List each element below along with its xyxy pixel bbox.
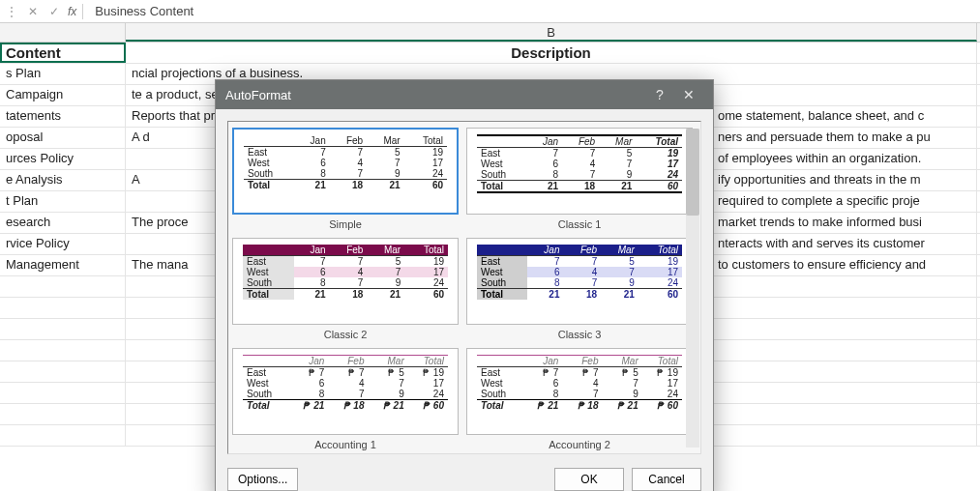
cell-content[interactable]: t Plan [0, 191, 126, 212]
preview-scrollbar[interactable] [686, 129, 699, 448]
dialog-titlebar[interactable]: AutoFormat ? ✕ [216, 80, 713, 109]
preview-accounting: JanFebMarTotalEast₱ 7₱ 7₱ 5₱ 19West 6 4 … [232, 348, 459, 450]
close-icon[interactable]: ✕ [674, 87, 703, 102]
divider [82, 4, 83, 19]
preview-card[interactable]: JanFebMarTotalEast₱ 7₱ 7₱ 5₱ 19West 6 4 … [232, 348, 459, 435]
cell-b1[interactable]: Description [126, 43, 977, 63]
cell-empty[interactable] [0, 361, 126, 382]
cell-content[interactable]: urces Policy [0, 149, 126, 169]
preview-card[interactable]: JanFebMarTotalEast₱ 7₱ 7₱ 5₱ 19West 6 4 … [466, 348, 693, 435]
accept-icon[interactable]: ✓ [46, 5, 62, 18]
preview-label: Simple [232, 218, 459, 230]
cell-content[interactable]: s Plan [0, 64, 126, 84]
help-icon[interactable]: ? [645, 87, 674, 102]
preview-classic3: JanFebMarTotalEast77519West64717South879… [466, 238, 693, 340]
preview-simple: JanFebMarTotalEast77519West64717South879… [232, 128, 459, 230]
cell-empty[interactable] [0, 319, 126, 339]
scrollbar-thumb[interactable] [686, 129, 699, 216]
preview-classic1: JanFebMarTotalEast77519West64717South879… [466, 128, 693, 230]
column-header-b[interactable]: B [126, 23, 977, 42]
preview-area[interactable]: JanFebMarTotalEast77519West64717South879… [227, 121, 701, 454]
more-icon[interactable]: ⋮ [4, 5, 19, 18]
cell-content[interactable]: oposal [0, 128, 126, 148]
formula-bar: ⋮ ✕ ✓ fx Business Content [0, 0, 980, 23]
cell-empty[interactable] [0, 340, 126, 361]
preview-classic2: JanFebMarTotalEast77519West64717South879… [232, 238, 459, 340]
preview-card[interactable]: JanFebMarTotalEast77519West64717South879… [466, 238, 693, 325]
cell-content[interactable]: Management [0, 255, 126, 275]
preview-card[interactable]: JanFebMarTotalEast77519West64717South879… [232, 128, 459, 215]
cell-content[interactable]: rvice Policy [0, 234, 126, 254]
cell-empty[interactable] [0, 425, 126, 446]
cancel-icon[interactable]: ✕ [25, 5, 41, 18]
dialog-footer: Options... OK Cancel [216, 460, 713, 491]
cell-content[interactable]: e Analysis [0, 170, 126, 190]
cell-content[interactable]: tatements [0, 106, 126, 127]
autoformat-dialog: AutoFormat ? ✕ JanFebMarTotalEast77519We… [215, 79, 714, 491]
fx-label[interactable]: fx [68, 5, 76, 18]
preview-accounting: JanFebMarTotalEast₱ 7₱ 7₱ 5₱ 19West 6 4 … [466, 348, 693, 450]
preview-card[interactable]: JanFebMarTotalEast77519West64717South879… [232, 238, 459, 325]
cell-empty[interactable] [0, 383, 126, 403]
cancel-button[interactable]: Cancel [632, 468, 701, 491]
cell-a1[interactable]: Content [0, 43, 126, 63]
preview-label: Accounting 1 [232, 439, 459, 450]
preview-label: Accounting 2 [466, 439, 693, 450]
cell-content[interactable]: esearch [0, 213, 126, 233]
cell-empty[interactable] [0, 404, 126, 424]
column-header-a[interactable] [0, 23, 126, 42]
preview-card[interactable]: JanFebMarTotalEast77519West64717South879… [466, 128, 693, 215]
preview-label: Classic 1 [466, 218, 693, 230]
cell-content[interactable]: Campaign [0, 85, 126, 105]
cell-empty[interactable] [0, 298, 126, 318]
dialog-body: JanFebMarTotalEast77519West64717South879… [216, 109, 713, 460]
preview-label: Classic 2 [232, 329, 459, 340]
options-button[interactable]: Options... [227, 468, 298, 491]
cell-empty[interactable] [0, 276, 126, 297]
ok-button[interactable]: OK [554, 468, 624, 491]
column-header-row: B [0, 23, 980, 43]
preview-label: Classic 3 [466, 329, 693, 340]
header-data-row: Content Description [0, 43, 980, 64]
formula-input[interactable]: Business Content [89, 2, 976, 20]
dialog-title: AutoFormat [225, 88, 645, 102]
